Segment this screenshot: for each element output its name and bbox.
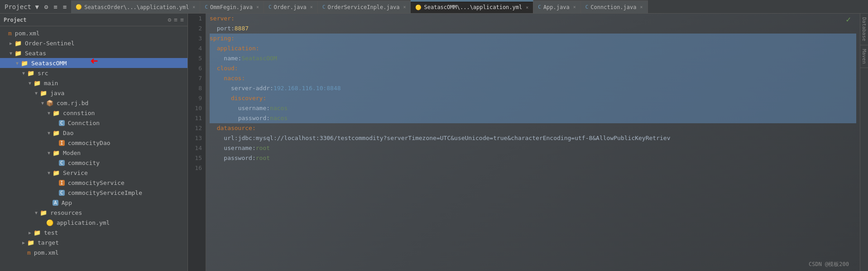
- tree-item-test[interactable]: ▶📁test: [0, 227, 187, 237]
- tree-label-seatas: Seatas: [25, 50, 46, 57]
- tab-icon-tab6: C: [538, 4, 541, 10]
- tree-icon-test: 📁: [34, 229, 41, 236]
- toolbar-icon-3[interactable]: ≡: [61, 2, 68, 11]
- tree-item-pom-xml2[interactable]: mpom.xml: [0, 247, 187, 257]
- tree-icon-java: 📁: [40, 90, 47, 97]
- tree-item-dao[interactable]: ▼📁Dao: [0, 128, 187, 138]
- toolbar-icon-1[interactable]: ⚙: [43, 2, 50, 11]
- tree-label-connction: Connction: [68, 120, 100, 126]
- tree-item-com.rj.bd[interactable]: ▼📦com.rj.bd: [0, 98, 187, 108]
- line-numbers: 12345678910111213141516: [188, 14, 206, 271]
- tree-arrow-moden: ▼: [46, 150, 52, 155]
- tree-item-application-yml[interactable]: 🟡application.yml: [0, 218, 187, 227]
- code-line-1: server:: [210, 14, 856, 24]
- tree-item-java[interactable]: ▼📁java: [0, 88, 187, 98]
- tab-close-tab7[interactable]: ×: [640, 5, 643, 10]
- line-number-15: 15: [188, 153, 202, 163]
- line-number-9: 9: [188, 93, 202, 103]
- tree-item-service[interactable]: ▼📁Service: [0, 168, 187, 178]
- tab-close-tab2[interactable]: ×: [256, 5, 259, 10]
- toolbar-icon-2[interactable]: ≡: [52, 2, 59, 11]
- tab-tab3[interactable]: COrder.java×: [264, 0, 318, 13]
- tree-indent-target: [2, 239, 21, 246]
- file-tree: mpom.xml ▶📁Order-Sentinel ▼📁Seatas ▼📁Sea…: [0, 26, 187, 271]
- tree-indent-connction: [2, 120, 53, 126]
- code-line-9: discovery:: [210, 93, 856, 103]
- tree-item-commocity[interactable]: Ccommocity: [0, 158, 187, 168]
- tree-label-pom-xml: pom.xml: [15, 30, 40, 37]
- tab-tab4[interactable]: COrderServiceInple.java×: [318, 0, 411, 13]
- tree-indent-src: [2, 70, 21, 77]
- tree-item-moden[interactable]: ▼📁Moden: [0, 148, 187, 158]
- tree-icon-com.rj.bd: 📦: [46, 100, 53, 106]
- tree-item-seatas[interactable]: ▼📁Seatas: [0, 48, 187, 58]
- tree-label-com.rj.bd: com.rj.bd: [57, 100, 88, 106]
- sidebar-icon-3[interactable]: ≡: [180, 16, 184, 23]
- project-sidebar: Project ⚙ ≡ ≡ mpom.xml ▶📁Order-Sentinel …: [0, 14, 188, 271]
- tree-icon-commocityServiceImple: C: [59, 190, 65, 196]
- tab-tab2[interactable]: COmmFegin.java×: [200, 0, 264, 13]
- tree-item-commocityServiceImple[interactable]: CcommocityServiceImple: [0, 188, 187, 198]
- tab-icon-tab4: C: [322, 4, 326, 10]
- tree-icon-moden: 📁: [53, 150, 60, 156]
- tree-item-resources[interactable]: ▼📁resources: [0, 208, 187, 218]
- project-label: Project ▼: [3, 2, 41, 11]
- tree-indent-commocity: [2, 160, 53, 166]
- tree-item-connction[interactable]: CConnction: [0, 118, 187, 128]
- tab-close-tab4[interactable]: ×: [403, 5, 406, 10]
- tree-item-pom-xml[interactable]: mpom.xml: [0, 28, 187, 38]
- tab-tab5[interactable]: 🟡SeatascOMM\...\application.yml×: [411, 0, 533, 13]
- tab-tab6[interactable]: CApp.java×: [533, 0, 580, 13]
- tree-arrow-seatascOMM: ▼: [14, 61, 20, 66]
- code-line-10: username: nacos: [210, 103, 856, 113]
- tree-label-src: src: [38, 70, 48, 77]
- tab-close-tab3[interactable]: ×: [310, 5, 313, 10]
- sidebar-icon-2[interactable]: ≡: [174, 16, 177, 23]
- tree-icon-commocityService: I: [59, 180, 65, 186]
- tree-item-order-sentinel[interactable]: ▶📁Order-Sentinel: [0, 38, 187, 48]
- code-line-2: port: 8887: [210, 24, 856, 34]
- tree-indent-service: [2, 169, 46, 176]
- maven-panel-tab[interactable]: Maven: [860, 45, 868, 68]
- tab-label-tab7: Connction.java: [590, 4, 636, 10]
- code-line-12: datasource:: [210, 123, 856, 133]
- tree-icon-pom-xml2: m: [27, 249, 31, 256]
- tree-item-connstion[interactable]: ▼📁connstion: [0, 108, 187, 118]
- tree-label-resources: resources: [50, 209, 82, 216]
- tree-icon-seatas: 📁: [14, 50, 22, 57]
- line-number-7: 7: [188, 73, 202, 83]
- code-line-16: [210, 163, 856, 173]
- tree-item-main[interactable]: ▼📁main: [0, 78, 187, 88]
- tree-item-commodityDao[interactable]: IcommocityDao: [0, 138, 187, 148]
- sidebar-icon-1[interactable]: ⚙: [168, 16, 172, 23]
- tab-close-tab1[interactable]: ×: [192, 5, 195, 10]
- tree-indent-test: [2, 229, 27, 236]
- tree-arrow-resources: ▼: [34, 210, 39, 215]
- tab-close-tab5[interactable]: ×: [526, 5, 528, 10]
- code-editor[interactable]: server: port: 8887spring: application: n…: [206, 14, 860, 271]
- line-number-14: 14: [188, 143, 202, 153]
- tree-arrow-com.rj.bd: ▼: [40, 101, 45, 106]
- code-line-15: password: root: [210, 153, 856, 163]
- tab-tab1[interactable]: 🟡SeatascOrder\...\application.yml×: [71, 0, 200, 13]
- tree-item-seatascOMM[interactable]: ▼📁SeatascOMM: [0, 58, 187, 68]
- tab-close-tab6[interactable]: ×: [573, 5, 576, 10]
- main-area: Project ⚙ ≡ ≡ mpom.xml ▶📁Order-Sentinel …: [0, 14, 868, 271]
- tab-label-tab2: OmmFegin.java: [210, 4, 253, 10]
- tab-label-tab5: SeatascOMM\...\application.yml: [424, 4, 522, 10]
- line-number-11: 11: [188, 113, 202, 123]
- tree-arrow-dao: ▼: [46, 131, 52, 136]
- tree-icon-dao: 📁: [53, 130, 60, 136]
- tree-item-src[interactable]: ▼📁src: [0, 68, 187, 78]
- tree-item-target[interactable]: ▶📁target: [0, 237, 187, 247]
- line-number-3: 3: [188, 34, 202, 44]
- tab-label-tab1: SeatascOrder\...\application.yml: [84, 4, 189, 10]
- editor-area: 12345678910111213141516 server: port: 88…: [188, 14, 860, 271]
- tree-item-commocityService[interactable]: IcommocityService: [0, 178, 187, 188]
- tree-item-app[interactable]: AApp: [0, 198, 187, 208]
- tab-tab7[interactable]: CConnction.java×: [581, 0, 648, 13]
- tree-arrow-seatas: ▼: [8, 51, 14, 56]
- code-line-13: url: jdbc:mysql://localhost:3306/testcom…: [210, 133, 856, 143]
- database-panel-tab[interactable]: Database: [860, 14, 868, 45]
- sidebar-icons: ⚙ ≡ ≡: [168, 16, 184, 23]
